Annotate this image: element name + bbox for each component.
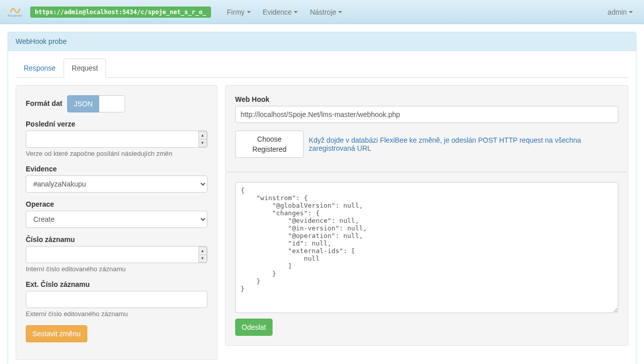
format-label: Formát dat [26,99,62,107]
version-label: Poslední verze [26,120,75,128]
menu-nastroje[interactable]: Nástroje [304,1,348,23]
recid-step-up[interactable]: ▲ [198,247,207,255]
panel-title: WebHook probe [8,32,636,51]
choose-registered-button[interactable]: Choose Registered [235,131,304,158]
version-help: Verze od které započne posílání následuj… [26,150,207,157]
main-menu: Firmy Evidence Nástroje [221,1,349,23]
chevron-down-icon [294,11,298,13]
recid-help: Interní číslo editovaného záznamu [26,265,207,273]
user-menu[interactable]: admin [602,1,639,23]
operation-select[interactable]: Create [26,211,207,228]
webhook-description: Když dojde v databázi FlexiBee ke změně,… [309,136,618,152]
tab-response-label: Response [16,58,64,78]
server-url-badge[interactable]: https://admin@localhost:5434/c/spoje_net… [30,7,211,18]
top-navbar: Flexplorer https://admin@localhost:5434/… [0,0,644,24]
menu-evidence[interactable]: Evidence [257,1,304,23]
format-xml-button[interactable] [99,95,125,112]
extid-label: Ext. Číslo záznamu [26,280,90,288]
request-form-well: Formát dat JSON Poslední verze [16,85,218,360]
main-panel: WebHook probe Response Request Formát da… [8,32,636,364]
format-toggle: JSON [67,95,125,112]
extid-input[interactable] [26,291,207,308]
evidence-select[interactable]: #analyzaNakupu [26,175,207,193]
webhook-label: Web Hook [235,95,270,103]
request-body-well: Odeslat [225,172,628,346]
menu-nastroje-label: Nástroje [310,8,336,16]
user-menu-container: admin [602,1,639,23]
build-change-button[interactable]: Sestavit změnu [26,325,87,342]
brand-logo[interactable]: Flexplorer [5,5,25,20]
format-json-button[interactable]: JSON [67,95,99,112]
webhook-url-input[interactable] [235,106,618,123]
tabs: Response Request [16,58,628,78]
version-step-down[interactable]: ▼ [198,139,207,148]
user-menu-label: admin [608,8,627,16]
chevron-down-icon [338,11,342,13]
webhook-well: Web Hook Choose Registered Když dojde v … [225,85,628,172]
chevron-down-icon [247,11,251,13]
tab-response[interactable]: Response [16,58,64,78]
version-step-up[interactable]: ▲ [198,131,207,139]
menu-firmy[interactable]: Firmy [221,1,257,23]
chevron-down-icon [629,11,633,13]
tab-request[interactable]: Request [64,58,106,78]
operation-label: Operace [26,200,54,208]
menu-firmy-label: Firmy [227,8,245,16]
menu-evidence-label: Evidence [263,8,292,16]
recid-input[interactable] [26,246,207,263]
extid-help: Externí číslo editovaného záznamu [26,310,207,318]
tab-request-label: Request [64,58,106,78]
send-button[interactable]: Odeslat [235,319,273,336]
evidence-label: Evidence [26,165,57,173]
recid-label: Číslo záznamu [26,235,75,244]
version-input[interactable] [26,131,207,148]
recid-step-down[interactable]: ▼ [198,255,207,263]
request-body-textarea[interactable] [235,182,618,313]
